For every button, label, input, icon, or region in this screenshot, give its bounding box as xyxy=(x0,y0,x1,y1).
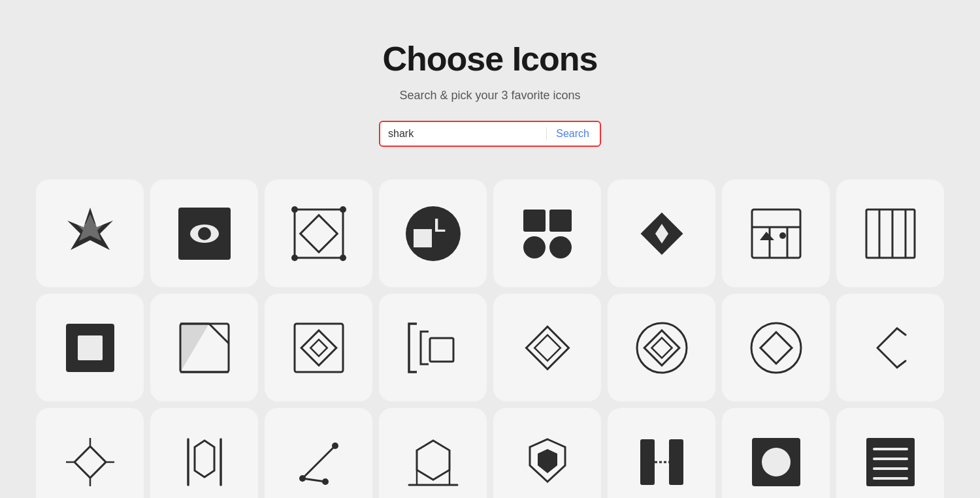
scatter-icon[interactable] xyxy=(265,408,372,498)
diamond-square-icon[interactable] xyxy=(265,294,372,401)
svg-rect-44 xyxy=(644,330,679,366)
svg-point-17 xyxy=(549,236,572,258)
grid-bars-icon[interactable] xyxy=(836,179,944,287)
svg-rect-50 xyxy=(74,446,105,477)
svg-rect-40 xyxy=(430,338,453,362)
svg-point-9 xyxy=(340,255,346,261)
hexagon-base-icon[interactable] xyxy=(379,408,487,498)
svg-line-61 xyxy=(302,478,325,482)
svg-line-49 xyxy=(897,361,906,367)
svg-marker-57 xyxy=(195,441,214,477)
svg-rect-15 xyxy=(549,210,572,232)
svg-point-4 xyxy=(198,227,211,240)
page-title: Choose Icons xyxy=(383,39,598,78)
pipe-hexagon-icon[interactable] xyxy=(150,408,258,498)
svg-rect-69 xyxy=(640,439,655,485)
lens-square-icon[interactable] xyxy=(150,179,258,287)
circle-square-icon[interactable] xyxy=(722,408,830,498)
svg-rect-45 xyxy=(651,337,672,358)
diamond-outline-icon[interactable] xyxy=(493,294,601,401)
page-subtitle: Search & pick your 3 favorite icons xyxy=(399,89,580,102)
square-hole-icon[interactable] xyxy=(36,294,144,401)
shield-down-icon[interactable] xyxy=(493,408,601,498)
columns-icon[interactable] xyxy=(608,408,715,498)
svg-point-8 xyxy=(291,255,298,261)
svg-rect-47 xyxy=(760,332,791,363)
svg-point-62 xyxy=(322,478,329,485)
diamond-circle-icon[interactable] xyxy=(608,294,715,401)
svg-rect-41 xyxy=(526,326,568,369)
search-divider xyxy=(546,127,547,140)
svg-point-6 xyxy=(291,206,298,213)
arrow-left-icon[interactable] xyxy=(836,294,944,401)
svg-rect-39 xyxy=(310,339,327,356)
svg-marker-63 xyxy=(417,441,449,480)
svg-point-16 xyxy=(523,236,546,258)
svg-rect-14 xyxy=(523,210,546,232)
svg-point-60 xyxy=(332,443,338,449)
diamond-frame-icon[interactable] xyxy=(265,179,372,287)
svg-marker-24 xyxy=(760,232,774,240)
svg-text:L: L xyxy=(434,214,446,236)
circle-diamond-icon[interactable] xyxy=(722,294,830,401)
svg-rect-42 xyxy=(534,335,561,361)
svg-rect-31 xyxy=(78,335,103,360)
svg-point-46 xyxy=(751,323,801,373)
svg-line-48 xyxy=(897,328,906,335)
search-box: Search xyxy=(379,121,601,147)
svg-rect-38 xyxy=(301,330,336,366)
svg-marker-68 xyxy=(538,449,557,473)
svg-line-58 xyxy=(302,446,335,478)
image-grid-icon[interactable] xyxy=(722,179,830,287)
svg-rect-5 xyxy=(295,210,343,258)
search-input[interactable] xyxy=(388,128,544,140)
svg-point-73 xyxy=(762,448,791,476)
svg-line-34 xyxy=(209,324,229,343)
svg-rect-12 xyxy=(414,229,432,247)
grid-square-icon[interactable] xyxy=(493,179,601,287)
origami-star-icon[interactable] xyxy=(36,179,144,287)
svg-marker-36 xyxy=(180,324,209,372)
svg-rect-10 xyxy=(300,215,337,252)
corner-logo-icon[interactable]: L xyxy=(379,179,487,287)
icons-grid: L xyxy=(36,179,944,498)
svg-rect-20 xyxy=(752,210,800,258)
svg-point-25 xyxy=(779,232,786,239)
svg-point-7 xyxy=(340,206,346,213)
diamond-arrow-icon[interactable] xyxy=(608,179,715,287)
lines-icon[interactable] xyxy=(836,408,944,498)
resize-icon[interactable] xyxy=(36,408,144,498)
bracket-square-icon[interactable] xyxy=(379,294,487,401)
svg-rect-26 xyxy=(866,210,915,258)
svg-rect-70 xyxy=(669,439,683,485)
search-button[interactable]: Search xyxy=(553,128,592,140)
cut-square-icon[interactable] xyxy=(150,294,258,401)
